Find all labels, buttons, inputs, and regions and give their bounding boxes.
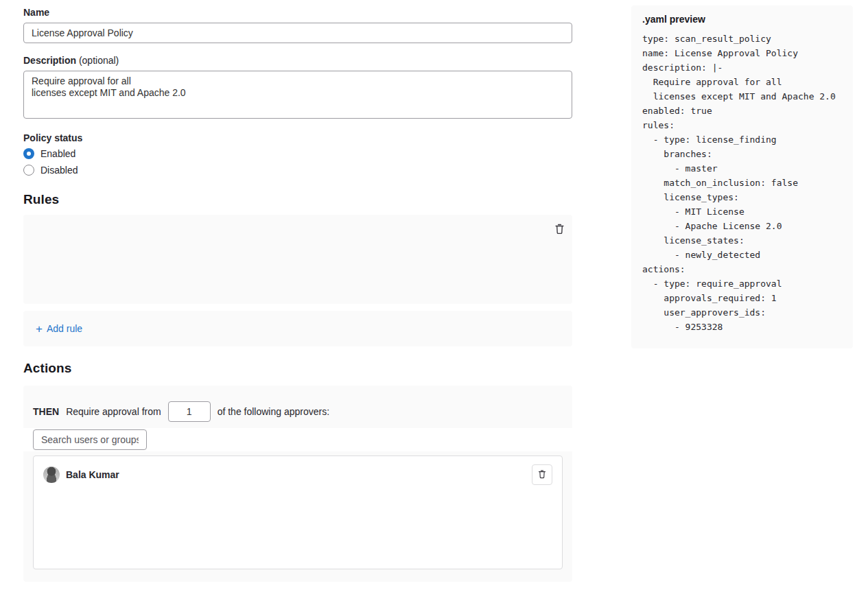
actions-heading: Actions (23, 361, 71, 376)
yaml-preview-title: .yaml preview (642, 14, 842, 25)
rules-heading: Rules (23, 192, 59, 207)
require-approval-text: Require approval from (66, 406, 161, 417)
description-label-row: Description (optional) (23, 55, 119, 66)
add-rule-button[interactable]: + Add rule (36, 323, 82, 335)
enabled-radio-label: Enabled (40, 148, 75, 159)
name-label: Name (23, 7, 49, 18)
then-label: THEN (33, 406, 59, 417)
search-users-input[interactable] (33, 429, 147, 450)
approvals-required-input[interactable] (168, 401, 211, 422)
policy-description-textarea[interactable]: Require approval for all licenses except… (23, 71, 572, 119)
status-option-disabled[interactable]: Disabled (23, 165, 78, 176)
policy-name-input[interactable] (23, 23, 572, 43)
yaml-preview-code: type: scan_result_policy name: License A… (642, 32, 842, 334)
approver-search-strip (23, 428, 572, 451)
approver-list-item: Bala Kumar (34, 456, 562, 493)
enabled-radio[interactable] (23, 148, 34, 159)
rule-box: IF License Scan finds any license except… (23, 215, 572, 304)
add-rule-label: Add rule (47, 323, 82, 334)
user-avatar (43, 466, 60, 483)
remove-approver-button[interactable] (532, 464, 552, 485)
approvers-list: Bala Kumar (33, 455, 563, 569)
add-rule-box: + Add rule (23, 311, 572, 346)
then-row: THEN Require approval from of the follow… (33, 401, 329, 422)
description-optional-label: (optional) (79, 55, 119, 66)
trash-icon (537, 469, 547, 481)
disabled-radio[interactable] (23, 165, 34, 176)
approver-name: Bala Kumar (66, 469, 119, 480)
approvers-suffix-text: of the following approvers: (218, 406, 329, 417)
yaml-preview-panel: .yaml preview type: scan_result_policy n… (631, 5, 853, 348)
status-option-enabled[interactable]: Enabled (23, 148, 75, 159)
delete-rule-button[interactable] (554, 223, 565, 237)
policy-status-label: Policy status (23, 132, 82, 143)
disabled-radio-label: Disabled (40, 165, 78, 176)
policy-editor-page: Name Description (optional) Require appr… (0, 0, 868, 592)
actions-box: THEN Require approval from of the follow… (23, 386, 572, 582)
description-label: Description (23, 55, 76, 66)
trash-icon (554, 223, 565, 237)
plus-icon: + (36, 323, 43, 335)
